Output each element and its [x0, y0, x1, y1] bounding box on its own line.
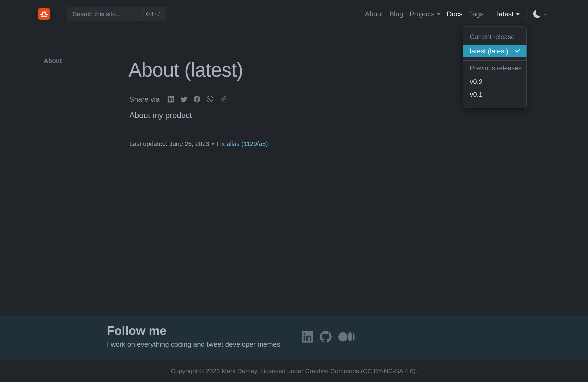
- sunrise-icon: [40, 9, 49, 19]
- nav-item-about[interactable]: About: [365, 10, 383, 18]
- nav-item-tags[interactable]: Tags: [469, 10, 483, 18]
- moon-icon: [533, 10, 541, 18]
- share-label: Share via: [129, 95, 160, 103]
- whatsapp-icon[interactable]: [207, 96, 213, 103]
- search-input[interactable]: [73, 10, 143, 18]
- dropdown-header-previous-releases: Previous releases: [463, 64, 526, 72]
- medium-icon[interactable]: [338, 332, 355, 342]
- navbar: Ctrl + / About Blog Projects Docs Tags l…: [0, 0, 588, 28]
- last-updated-label: Last updated: June 26, 2023: [129, 140, 209, 148]
- linkedin-icon[interactable]: [302, 331, 313, 342]
- page-title: About (latest): [128, 60, 243, 81]
- chevron-down-icon: [516, 13, 520, 15]
- share-row: Share via: [129, 94, 227, 104]
- nav-divider: [526, 8, 526, 20]
- page: Ctrl + / About Blog Projects Docs Tags l…: [0, 0, 588, 382]
- version-dropdown-toggle[interactable]: latest: [497, 10, 520, 18]
- version-dropdown-menu: Current release latest (latest) Previous…: [463, 26, 527, 108]
- dropdown-header-current-release: Current release: [463, 33, 526, 41]
- nav-divider: [490, 8, 490, 20]
- chevron-down-icon: [437, 13, 440, 15]
- copyright-bar: Copyright © 2023 Mark Dumay. Licensed un…: [0, 360, 588, 382]
- keyboard-shortcut-badge: Ctrl + /: [143, 10, 162, 18]
- dropdown-item-v0-1[interactable]: v0.1: [463, 88, 526, 101]
- linkedin-icon[interactable]: [168, 96, 174, 103]
- nav-item-projects-label: Projects: [410, 10, 435, 18]
- chevron-down-icon: [544, 14, 547, 15]
- facebook-icon[interactable]: [194, 96, 200, 103]
- nav-item-docs[interactable]: Docs: [447, 10, 462, 18]
- dropdown-item-latest[interactable]: latest (latest): [463, 45, 526, 57]
- github-icon[interactable]: [320, 331, 332, 343]
- footer-subtitle: I work on everything coding and tweet de…: [107, 340, 280, 348]
- sidebar-item-about[interactable]: About: [44, 57, 62, 64]
- nav-links: About Blog Projects Docs Tags: [365, 10, 483, 18]
- footer-social-icons: [302, 331, 355, 343]
- dropdown-item-latest-label: latest (latest): [470, 45, 508, 57]
- nav-item-blog[interactable]: Blog: [389, 10, 403, 18]
- separator-bullet: •: [212, 140, 214, 148]
- version-toggle-label: latest: [497, 10, 514, 18]
- dropdown-item-v0-2[interactable]: v0.2: [463, 75, 526, 88]
- copyright-text: Copyright © 2023 Mark Dumay. Licensed un…: [171, 367, 417, 375]
- nav-item-projects[interactable]: Projects: [410, 10, 440, 18]
- last-updated-row: Last updated: June 26, 2023 • Fix alias …: [129, 140, 268, 148]
- footer: Follow me I work on everything coding an…: [0, 316, 588, 360]
- page-body-text: About my product: [129, 111, 192, 120]
- check-icon: [514, 48, 521, 54]
- twitter-icon[interactable]: [181, 96, 187, 103]
- dropdown-divider: [463, 61, 526, 61]
- commit-link[interactable]: Fix alias (1129fa5): [216, 140, 268, 148]
- site-logo[interactable]: [38, 8, 50, 20]
- link-icon[interactable]: [220, 95, 227, 103]
- search-box[interactable]: Ctrl + /: [67, 7, 166, 21]
- footer-heading: Follow me: [107, 323, 167, 338]
- theme-toggle[interactable]: [533, 10, 547, 18]
